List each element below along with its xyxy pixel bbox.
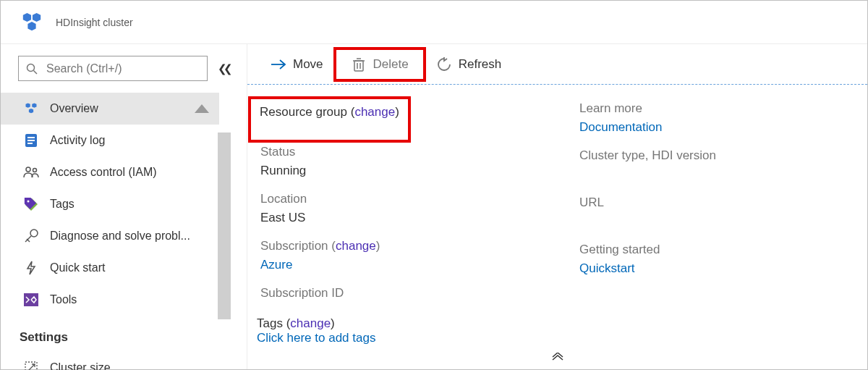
collapse-sidebar-icon[interactable]: ❮❮ xyxy=(213,62,229,75)
search-icon xyxy=(26,62,39,75)
svg-point-3 xyxy=(27,64,35,71)
svg-marker-15 xyxy=(25,198,36,209)
subscription-id-label: Subscription ID xyxy=(260,284,558,303)
location-label: Location xyxy=(260,190,558,209)
svg-marker-5 xyxy=(26,104,30,108)
sidebar-item-label: Activity log xyxy=(50,134,105,147)
sidebar-item-cluster-size[interactable]: Cluster size xyxy=(1,352,219,370)
cluster-type-label: Cluster type, HDI version xyxy=(579,146,716,165)
overview-icon xyxy=(22,100,40,117)
sidebar-item-overview[interactable]: Overview xyxy=(1,93,219,125)
svg-point-17 xyxy=(30,230,38,237)
delete-label: Delete xyxy=(373,57,409,72)
main-panel: Move Delete Refresh xyxy=(247,44,867,369)
documentation-link[interactable]: Documentation xyxy=(579,118,716,137)
svg-rect-10 xyxy=(27,140,35,141)
sidebar-item-quick-start[interactable]: Quick start xyxy=(1,252,219,284)
delete-button[interactable]: Delete xyxy=(342,50,417,79)
overview-content: Resource group (change) Status Running L… xyxy=(247,84,867,369)
cluster-size-icon xyxy=(22,359,40,370)
tags-change-link[interactable]: change xyxy=(290,316,331,330)
svg-point-13 xyxy=(33,169,37,172)
svg-marker-7 xyxy=(29,109,33,113)
sidebar-item-label: Access control (IAM) xyxy=(50,166,157,179)
collapse-details-icon[interactable] xyxy=(551,353,564,363)
svg-rect-9 xyxy=(27,137,35,138)
url-label: URL xyxy=(579,193,716,212)
diagnose-icon xyxy=(22,227,40,245)
move-label: Move xyxy=(293,57,323,72)
window: HDInsight cluster ❮❮ xyxy=(0,0,868,370)
toolbar: Move Delete Refresh xyxy=(247,44,867,84)
location-value: East US xyxy=(260,209,558,227)
tags-icon xyxy=(22,195,40,213)
delete-highlight: Delete xyxy=(333,47,426,82)
learn-more-label: Learn more xyxy=(579,99,716,118)
hdinsight-logo-icon xyxy=(21,12,43,33)
sidebar-item-label: Tags xyxy=(50,198,75,211)
refresh-button[interactable]: Refresh xyxy=(427,50,511,79)
svg-marker-6 xyxy=(32,104,36,108)
sidebar-item-access-control[interactable]: Access control (IAM) xyxy=(1,156,219,188)
svg-marker-0 xyxy=(23,12,31,21)
sidebar-item-label: Overview xyxy=(50,102,98,115)
nav-list: Overview Activity log Access control (IA… xyxy=(1,93,219,370)
trash-icon xyxy=(351,56,367,72)
svg-rect-21 xyxy=(354,61,363,71)
sidebar-item-label: Tools xyxy=(50,293,77,306)
app-title: HDInsight cluster xyxy=(56,17,133,28)
move-button[interactable]: Move xyxy=(262,50,332,79)
svg-point-16 xyxy=(27,201,30,203)
sidebar-item-tools[interactable]: Tools xyxy=(1,284,219,316)
svg-rect-11 xyxy=(27,143,33,144)
tools-icon xyxy=(22,291,40,308)
subscription-change-link[interactable]: change xyxy=(336,239,376,253)
search-field[interactable] xyxy=(46,62,200,75)
sidebar-item-label: Diagnose and solve probl... xyxy=(50,230,190,243)
search-input[interactable] xyxy=(18,56,208,81)
tags-label: Tags xyxy=(257,316,283,330)
access-control-icon xyxy=(22,164,40,181)
sidebar: ❮❮ Overview Activity log xyxy=(1,44,247,369)
app-header: HDInsight cluster xyxy=(1,1,867,44)
sidebar-scrollbar[interactable] xyxy=(218,133,231,319)
quickstart-link[interactable]: Quickstart xyxy=(579,259,716,278)
sidebar-item-diagnose[interactable]: Diagnose and solve probl... xyxy=(1,220,219,252)
subscription-value[interactable]: Azure xyxy=(260,256,558,274)
svg-line-4 xyxy=(34,70,38,74)
sidebar-item-label: Quick start xyxy=(50,261,105,274)
body: ❮❮ Overview Activity log xyxy=(1,44,867,369)
sidebar-item-tags[interactable]: Tags xyxy=(1,188,219,220)
svg-marker-1 xyxy=(33,12,41,21)
settings-heading: Settings xyxy=(1,316,219,352)
sidebar-item-activity-log[interactable]: Activity log xyxy=(1,125,219,156)
add-tags-link[interactable]: Click here to add tags xyxy=(257,331,867,345)
sidebar-item-label: Cluster size xyxy=(50,361,111,370)
activity-log-icon xyxy=(22,132,40,149)
resource-group-highlight: Resource group (change) xyxy=(248,96,411,143)
resource-group-change-link[interactable]: change xyxy=(354,105,395,119)
resource-group-label: Resource group xyxy=(260,105,347,119)
status-label: Status xyxy=(260,143,558,161)
quick-start-icon xyxy=(22,259,40,277)
svg-marker-2 xyxy=(27,22,35,30)
status-value: Running xyxy=(260,161,558,180)
move-icon xyxy=(271,56,286,72)
refresh-label: Refresh xyxy=(459,57,502,72)
getting-started-label: Getting started xyxy=(579,240,716,259)
refresh-icon xyxy=(436,56,452,72)
svg-point-12 xyxy=(26,167,30,172)
subscription-label: Subscription xyxy=(260,239,328,253)
